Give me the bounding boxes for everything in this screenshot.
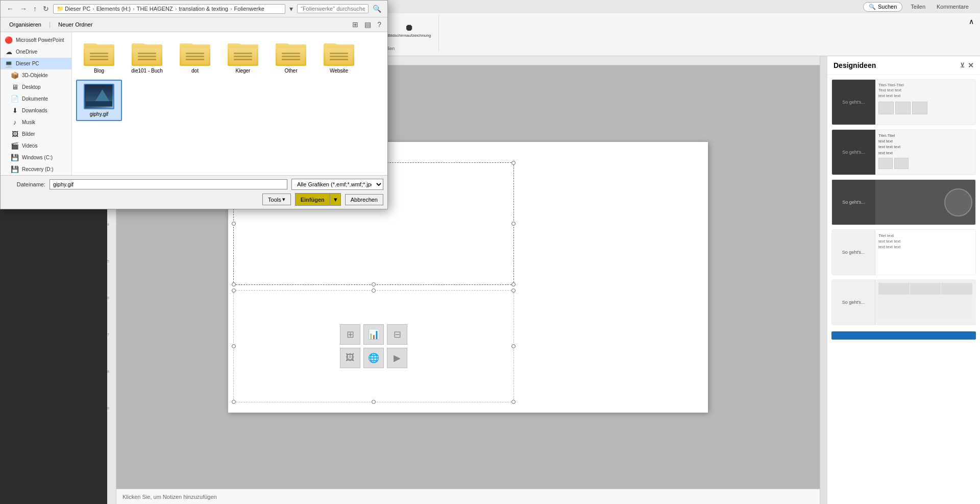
sidebar-item-onedrive[interactable]: ☁ OneDrive	[1, 46, 71, 58]
handle-bm[interactable]	[372, 282, 376, 286]
dialog-search-button[interactable]: 🔍	[371, 4, 383, 14]
design-item-3[interactable]: So geht's...	[831, 179, 976, 225]
nav-refresh-button[interactable]: ↻	[41, 4, 51, 14]
view-tiles-button[interactable]: ▤	[362, 19, 373, 30]
sidebar-item-videos[interactable]: 🎬 Videos	[1, 140, 71, 152]
di5-cell	[878, 283, 910, 295]
handle2-mr[interactable]	[511, 344, 516, 348]
vertical-scrollbar[interactable]	[820, 56, 827, 504]
di5-cell	[941, 283, 972, 295]
organise-button[interactable]: Organisieren	[5, 19, 46, 30]
einfuegen-dropdown-button[interactable]: ▾	[330, 193, 341, 206]
svg-rect-3	[86, 101, 112, 106]
bildschirmaufzeichnung-button[interactable]: ⏺ Bildschirmaufzeichnung	[384, 20, 435, 40]
design-panel-expand[interactable]: ⊻	[960, 62, 965, 69]
new-folder-button[interactable]: Neuer Ordner	[54, 19, 97, 30]
handle-mr[interactable]	[511, 222, 516, 226]
content-icon-chart[interactable]: 📊	[363, 324, 384, 345]
handle2-br[interactable]	[511, 400, 516, 404]
content-icon-picture[interactable]: 🖼	[340, 348, 360, 368]
content-icons-grid: ⊞ 📊 ⊟ 🖼 🌐 ▶	[340, 324, 407, 368]
address-bar[interactable]: 📁 Dieser PC › Elements (H:) › THE HAGENZ…	[53, 4, 285, 14]
di1-left: So geht's...	[832, 80, 875, 125]
di1-box3	[912, 102, 927, 114]
einfuegen-button[interactable]: Einfügen	[295, 193, 330, 206]
file-item-kieger[interactable]: Kieger	[220, 36, 266, 78]
handle2-tr[interactable]	[511, 289, 516, 293]
onedrive-icon: ☁	[5, 48, 13, 56]
content-icon-online[interactable]: 🌐	[363, 348, 384, 368]
handle-bl[interactable]	[232, 282, 236, 286]
sidebar-item-dokumente[interactable]: 📄 Dokumente	[1, 93, 71, 105]
ruler-mark-8: 8	[107, 370, 116, 406]
breadcrumb-icon: 📁	[57, 6, 64, 12]
handle2-bl[interactable]	[232, 400, 236, 404]
notes-bar[interactable]: Klicken Sie, um Notizen hinzuzufügen	[116, 489, 820, 504]
nav-up-button[interactable]: ↑	[31, 4, 39, 14]
sidebar-item-desktop[interactable]: 🖥 Desktop	[1, 81, 71, 93]
file-item-dot[interactable]: dot	[172, 36, 218, 78]
dialog-search-input[interactable]	[297, 4, 369, 13]
folder-icon-other	[276, 40, 306, 66]
sidebar-item-recovery-d[interactable]: 💾 Recovery (D:)	[1, 163, 71, 175]
design-panel-blue-bar	[831, 331, 976, 340]
handle2-bm[interactable]	[372, 400, 376, 404]
address-dropdown-button[interactable]: ▾	[287, 4, 295, 14]
handle-ml[interactable]	[232, 222, 236, 226]
file-item-blog[interactable]: Blog	[76, 36, 122, 78]
handle2-tm[interactable]	[372, 289, 376, 293]
sidebar-item-downloads[interactable]: ⬇ Downloads	[1, 105, 71, 116]
di2-box1	[878, 158, 893, 169]
sidebar-item-windows-c[interactable]: 💾 Windows (C:)	[1, 152, 71, 163]
tools-button[interactable]: Tools ▾	[262, 194, 291, 205]
handle-tr[interactable]	[511, 161, 516, 165]
filetype-select[interactable]: Alle Grafiken (*.emf;*.wmf;*.jpg	[291, 179, 383, 190]
nav-back-button[interactable]: ←	[5, 4, 16, 14]
ruler-mark-6: 6	[107, 296, 116, 333]
di4-lines: Titel texttext text texttext text text	[878, 233, 972, 250]
folder-icon-die101	[132, 40, 162, 66]
sidebar-item-ppt[interactable]: 🔴 Microsoft PowerPoint	[1, 34, 71, 46]
sidebar-item-musik[interactable]: ♪ Musik	[1, 116, 71, 128]
dialog-content: 🔴 Microsoft PowerPoint ☁ OneDrive 💻 Dies…	[1, 32, 387, 175]
design-item-1[interactable]: So geht's... Titel-Titel-TitelText text …	[831, 79, 976, 125]
content-icon-table[interactable]: ⊞	[340, 324, 360, 345]
filename-input[interactable]	[50, 179, 287, 189]
di5-cell	[941, 307, 972, 319]
design-panel-close[interactable]: ✕	[968, 61, 974, 69]
file-item-die101[interactable]: die101 - Buch	[124, 36, 170, 78]
handle-br[interactable]	[511, 282, 516, 286]
file-item-other[interactable]: Other	[268, 36, 314, 78]
abbrechen-button[interactable]: Abbrechen	[345, 194, 383, 205]
ribbon-right-actions: 🔍 Suchen Teilen Kommentare	[863, 2, 976, 12]
sidebar-item-bilder[interactable]: 🖼 Bilder	[1, 128, 71, 140]
file-name-giphy: giphy.gif	[90, 111, 109, 117]
help-button[interactable]: ?	[375, 19, 383, 30]
content-icon-video[interactable]: ▶	[387, 348, 407, 368]
design-item-4[interactable]: So geht's... Titel texttext text texttex…	[831, 229, 976, 275]
view-list-button[interactable]: ⊞	[350, 19, 360, 30]
filename-row: Dateiname: Alle Grafiken (*.emf;*.wmf;*.…	[5, 179, 383, 190]
nav-forward-button[interactable]: →	[18, 4, 29, 14]
content-icon-smartart[interactable]: ⊟	[387, 324, 407, 345]
design-item-2[interactable]: So geht's... Titel-Titeltext texttext te…	[831, 129, 976, 175]
di5-cell	[941, 295, 972, 307]
di5-table	[878, 283, 972, 319]
file-item-website[interactable]: Website	[316, 36, 362, 78]
dialog-toolbar: ← → ↑ ↻ 📁 Dieser PC › Elements (H:) › TH…	[1, 1, 387, 17]
sidebar-item-dieser-pc[interactable]: 💻 Dieser PC	[1, 58, 71, 69]
insert-button-group: Einfügen ▾	[295, 193, 341, 206]
handle2-ml[interactable]	[232, 344, 236, 348]
comments-button[interactable]: Kommentare	[934, 3, 972, 11]
di2-boxes	[878, 158, 972, 169]
ribbon-collapse-button[interactable]: ∧	[969, 17, 974, 26]
search-ribbon[interactable]: 🔍 Suchen	[863, 2, 902, 12]
di2-text: So geht's...	[840, 148, 867, 157]
handle2-tl[interactable]	[232, 289, 236, 293]
3d-icon: 📦	[11, 71, 19, 79]
recovery-d-icon: 💾	[11, 165, 19, 173]
design-item-5[interactable]: So geht's...	[831, 279, 976, 325]
sidebar-item-3d[interactable]: 📦 3D-Objekte	[1, 69, 71, 81]
file-item-giphy[interactable]: giphy.gif	[76, 80, 122, 121]
share-button[interactable]: Teilen	[908, 3, 928, 11]
